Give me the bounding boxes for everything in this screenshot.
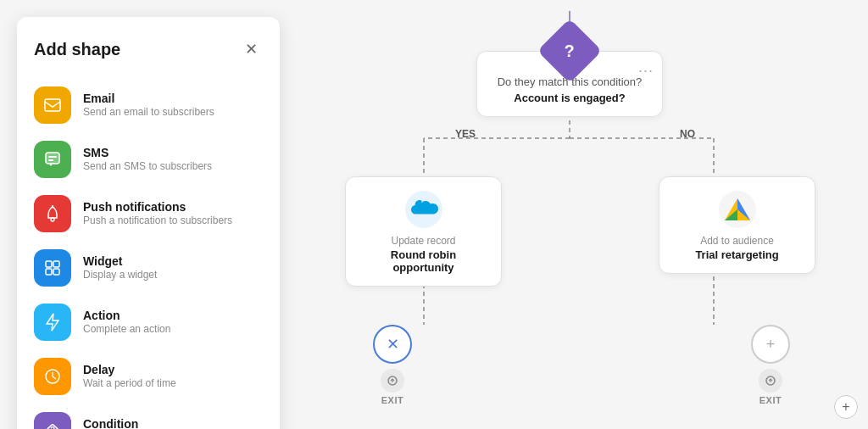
- left-exit-node: ✕ EXIT: [373, 325, 412, 405]
- exit-icon-left: [381, 369, 404, 393]
- right-card-title: Trial retargeting: [673, 248, 801, 261]
- left-action-card[interactable]: Update record Round robin opportunity: [345, 176, 502, 287]
- flow-area: YES NO ? ... Do they match this conditio…: [271, 0, 868, 429]
- right-exit-badge: EXIT: [759, 369, 782, 405]
- sidebar-header: Add shape ✕: [34, 37, 263, 61]
- close-button[interactable]: ✕: [239, 37, 263, 61]
- exit-x-button[interactable]: ✕: [373, 325, 412, 364]
- sidebar-item-delay[interactable]: Delay Wait a period of time: [34, 349, 263, 404]
- left-exit-badge: EXIT: [381, 369, 404, 405]
- right-card-sub: Add to audience: [673, 235, 801, 247]
- yes-label: YES: [455, 128, 476, 140]
- svg-text:?: ?: [50, 426, 55, 429]
- email-name: Email: [83, 91, 214, 106]
- condition-node: ? ... Do they match this condition? Acco…: [476, 28, 663, 117]
- exit-icon-right: [759, 369, 782, 393]
- sidebar-item-push[interactable]: Push notifications Push a notification t…: [34, 187, 263, 241]
- delay-text: Delay Wait a period of time: [83, 362, 176, 391]
- condition-name: Condition: [83, 416, 229, 429]
- delay-icon: [34, 358, 71, 395]
- delay-desc: Wait a period of time: [83, 377, 176, 391]
- widget-icon: [34, 249, 71, 287]
- sidebar-item-condition[interactable]: ? Condition Split the journey with a con…: [34, 404, 263, 429]
- svg-rect-3: [48, 156, 57, 158]
- email-text: Email Send an email to subscribers: [83, 91, 214, 120]
- sms-icon: [34, 141, 71, 178]
- action-text: Action Complete an action: [83, 308, 170, 337]
- right-action-card[interactable]: Add to audience Trial retargeting: [659, 176, 815, 274]
- svg-rect-0: [45, 99, 60, 111]
- push-name: Push notifications: [83, 199, 232, 214]
- condition-icon: ?: [34, 412, 71, 429]
- sidebar-item-action[interactable]: Action Complete an action: [34, 295, 263, 349]
- shape-items-list: Email Send an email to subscribers SMS S…: [34, 78, 263, 429]
- widget-desc: Display a widget: [83, 269, 157, 282]
- condition-answer: Account is engaged?: [494, 92, 645, 104]
- sidebar-title: Add shape: [34, 40, 120, 59]
- canvas: Add shape ✕ Email Send an email to subsc…: [0, 0, 868, 429]
- svg-point-5: [51, 218, 54, 221]
- svg-line-13: [53, 376, 56, 379]
- svg-rect-1: [46, 153, 59, 164]
- no-label: NO: [680, 128, 695, 140]
- sms-text: SMS Send an SMS to subscribers: [83, 145, 212, 174]
- diamond-icon: ?: [565, 42, 575, 61]
- push-icon: [34, 195, 71, 232]
- svg-rect-10: [53, 269, 59, 275]
- widget-text: Widget Display a widget: [83, 254, 157, 282]
- google-ads-icon: [719, 191, 756, 228]
- delay-name: Delay: [83, 362, 176, 377]
- left-action-node[interactable]: Update record Round robin opportunity: [345, 176, 502, 287]
- left-card-title: Round robin opportunity: [359, 248, 487, 274]
- push-desc: Push a notification to subscribers: [83, 214, 232, 228]
- sidebar-item-email[interactable]: Email Send an email to subscribers: [34, 78, 263, 132]
- salesforce-icon: [405, 191, 442, 228]
- svg-rect-8: [53, 261, 59, 267]
- sms-desc: Send an SMS to subscribers: [83, 160, 212, 174]
- flow-wrapper: YES NO ? ... Do they match this conditio…: [298, 11, 841, 418]
- email-icon: [34, 86, 71, 124]
- left-card-sub: Update record: [359, 235, 487, 247]
- sidebar-item-widget[interactable]: Widget Display a widget: [34, 241, 263, 295]
- exit-plus-button[interactable]: +: [751, 325, 790, 364]
- left-exit-label: EXIT: [381, 395, 403, 405]
- widget-name: Widget: [83, 254, 157, 269]
- action-desc: Complete an action: [83, 323, 170, 337]
- condition-text: Condition Split the journey with a condi…: [83, 416, 229, 429]
- right-exit-node: + EXIT: [751, 325, 790, 405]
- action-icon: [34, 304, 71, 341]
- svg-rect-4: [48, 159, 53, 161]
- sidebar-item-sms[interactable]: SMS Send an SMS to subscribers: [34, 132, 263, 187]
- email-desc: Send an email to subscribers: [83, 106, 214, 120]
- right-exit-label: EXIT: [760, 395, 782, 405]
- svg-rect-7: [46, 261, 52, 267]
- action-name: Action: [83, 308, 170, 323]
- corner-add-button[interactable]: +: [834, 395, 858, 419]
- svg-rect-9: [46, 269, 52, 275]
- push-text: Push notifications Push a notification t…: [83, 199, 232, 228]
- more-button[interactable]: ...: [638, 58, 654, 76]
- sms-name: SMS: [83, 145, 212, 160]
- right-action-node[interactable]: Add to audience Trial retargeting: [659, 176, 815, 274]
- sidebar: Add shape ✕ Email Send an email to subsc…: [17, 17, 280, 429]
